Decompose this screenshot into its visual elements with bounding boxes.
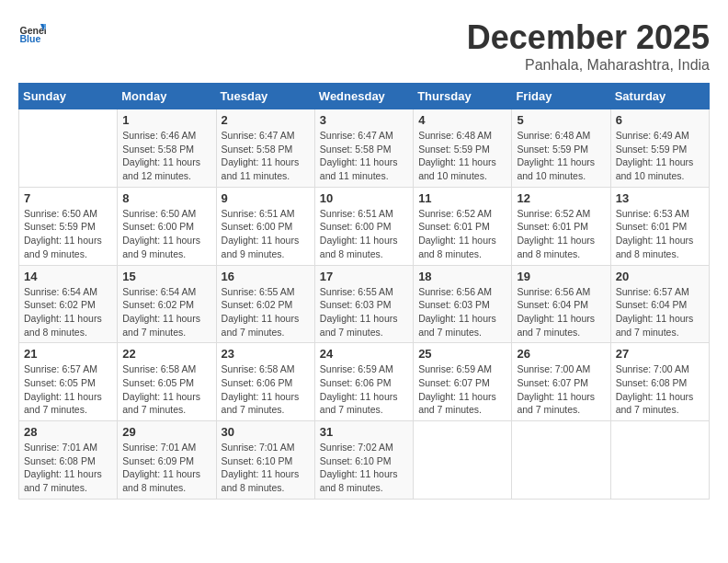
day-number: 1 bbox=[122, 113, 210, 127]
day-info: Sunrise: 6:47 AM Sunset: 5:58 PM Dayligh… bbox=[320, 129, 408, 183]
day-info: Sunrise: 6:59 AM Sunset: 6:07 PM Dayligh… bbox=[418, 362, 506, 417]
day-number: 17 bbox=[320, 270, 408, 283]
calendar-table: SundayMondayTuesdayWednesdayThursdayFrid… bbox=[18, 83, 710, 500]
day-number: 31 bbox=[320, 425, 408, 439]
calendar-cell: 9Sunrise: 6:51 AM Sunset: 6:00 PM Daylig… bbox=[216, 187, 314, 265]
day-number: 11 bbox=[418, 191, 506, 205]
day-number: 4 bbox=[418, 113, 506, 127]
week-row-4: 21Sunrise: 6:57 AM Sunset: 6:05 PM Dayli… bbox=[19, 343, 710, 421]
calendar-cell bbox=[19, 109, 118, 188]
calendar-cell: 29Sunrise: 7:01 AM Sunset: 6:09 PM Dayli… bbox=[118, 421, 216, 500]
calendar-cell bbox=[610, 421, 709, 500]
day-info: Sunrise: 6:50 AM Sunset: 5:59 PM Dayligh… bbox=[24, 207, 112, 261]
day-number: 29 bbox=[122, 425, 210, 439]
day-number: 15 bbox=[122, 270, 210, 283]
svg-text:Blue: Blue bbox=[20, 33, 41, 44]
calendar-cell: 5Sunrise: 6:48 AM Sunset: 5:59 PM Daylig… bbox=[512, 109, 610, 188]
day-info: Sunrise: 6:51 AM Sunset: 6:00 PM Dayligh… bbox=[320, 207, 408, 261]
calendar-cell: 14Sunrise: 6:54 AM Sunset: 6:02 PM Dayli… bbox=[19, 265, 118, 343]
day-number: 24 bbox=[320, 347, 408, 361]
calendar-cell: 3Sunrise: 6:47 AM Sunset: 5:58 PM Daylig… bbox=[314, 109, 413, 188]
day-info: Sunrise: 7:02 AM Sunset: 6:10 PM Dayligh… bbox=[320, 441, 408, 495]
day-info: Sunrise: 6:50 AM Sunset: 6:00 PM Dayligh… bbox=[122, 207, 210, 261]
calendar-cell: 27Sunrise: 7:00 AM Sunset: 6:08 PM Dayli… bbox=[610, 343, 709, 421]
day-number: 9 bbox=[222, 191, 310, 205]
month-year: December 2025 bbox=[467, 18, 710, 57]
calendar-cell: 23Sunrise: 6:58 AM Sunset: 6:06 PM Dayli… bbox=[216, 343, 314, 421]
calendar-cell: 25Sunrise: 6:59 AM Sunset: 6:07 PM Dayli… bbox=[414, 343, 512, 421]
day-info: Sunrise: 6:51 AM Sunset: 6:00 PM Dayligh… bbox=[222, 207, 310, 261]
day-info: Sunrise: 6:58 AM Sunset: 6:05 PM Dayligh… bbox=[122, 362, 210, 417]
calendar-cell: 28Sunrise: 7:01 AM Sunset: 6:08 PM Dayli… bbox=[19, 421, 118, 500]
week-row-2: 7Sunrise: 6:50 AM Sunset: 5:59 PM Daylig… bbox=[19, 187, 710, 265]
col-header-monday: Monday bbox=[118, 84, 216, 109]
calendar-cell: 21Sunrise: 6:57 AM Sunset: 6:05 PM Dayli… bbox=[19, 343, 118, 421]
day-number: 19 bbox=[517, 270, 605, 283]
calendar-cell: 4Sunrise: 6:48 AM Sunset: 5:59 PM Daylig… bbox=[414, 109, 512, 188]
day-number: 10 bbox=[320, 191, 408, 205]
calendar-cell: 2Sunrise: 6:47 AM Sunset: 5:58 PM Daylig… bbox=[216, 109, 314, 188]
day-number: 6 bbox=[616, 113, 704, 127]
col-header-saturday: Saturday bbox=[610, 84, 709, 109]
col-header-tuesday: Tuesday bbox=[216, 84, 314, 109]
calendar-cell: 22Sunrise: 6:58 AM Sunset: 6:05 PM Dayli… bbox=[118, 343, 216, 421]
day-info: Sunrise: 6:54 AM Sunset: 6:02 PM Dayligh… bbox=[24, 285, 112, 339]
day-info: Sunrise: 6:57 AM Sunset: 6:05 PM Dayligh… bbox=[24, 362, 112, 417]
day-info: Sunrise: 7:00 AM Sunset: 6:07 PM Dayligh… bbox=[517, 362, 605, 417]
day-info: Sunrise: 6:55 AM Sunset: 6:03 PM Dayligh… bbox=[320, 285, 408, 339]
calendar-cell: 15Sunrise: 6:54 AM Sunset: 6:02 PM Dayli… bbox=[118, 265, 216, 343]
day-number: 18 bbox=[418, 270, 506, 283]
calendar-cell: 10Sunrise: 6:51 AM Sunset: 6:00 PM Dayli… bbox=[314, 187, 413, 265]
day-info: Sunrise: 6:56 AM Sunset: 6:04 PM Dayligh… bbox=[517, 285, 605, 339]
location: Panhala, Maharashtra, India bbox=[467, 57, 710, 74]
day-number: 14 bbox=[24, 270, 112, 283]
day-info: Sunrise: 6:55 AM Sunset: 6:02 PM Dayligh… bbox=[222, 285, 310, 339]
day-info: Sunrise: 6:46 AM Sunset: 5:58 PM Dayligh… bbox=[122, 129, 210, 183]
calendar-cell: 7Sunrise: 6:50 AM Sunset: 5:59 PM Daylig… bbox=[19, 187, 118, 265]
day-number: 23 bbox=[222, 347, 310, 361]
day-number: 8 bbox=[122, 191, 210, 205]
day-number: 13 bbox=[616, 191, 704, 205]
calendar-cell: 24Sunrise: 6:59 AM Sunset: 6:06 PM Dayli… bbox=[314, 343, 413, 421]
week-row-3: 14Sunrise: 6:54 AM Sunset: 6:02 PM Dayli… bbox=[19, 265, 710, 343]
calendar-cell: 19Sunrise: 6:56 AM Sunset: 6:04 PM Dayli… bbox=[512, 265, 610, 343]
day-number: 21 bbox=[24, 347, 112, 361]
page-header: General Blue December 2025 Panhala, Maha… bbox=[18, 18, 710, 74]
col-header-wednesday: Wednesday bbox=[314, 84, 413, 109]
day-info: Sunrise: 6:54 AM Sunset: 6:02 PM Dayligh… bbox=[122, 285, 210, 339]
week-row-5: 28Sunrise: 7:01 AM Sunset: 6:08 PM Dayli… bbox=[19, 421, 710, 500]
calendar-cell: 20Sunrise: 6:57 AM Sunset: 6:04 PM Dayli… bbox=[610, 265, 709, 343]
day-number: 28 bbox=[24, 425, 112, 439]
logo: General Blue bbox=[18, 18, 46, 46]
calendar-cell: 1Sunrise: 6:46 AM Sunset: 5:58 PM Daylig… bbox=[118, 109, 216, 188]
day-info: Sunrise: 7:01 AM Sunset: 6:08 PM Dayligh… bbox=[24, 441, 112, 495]
day-number: 26 bbox=[517, 347, 605, 361]
day-info: Sunrise: 6:48 AM Sunset: 5:59 PM Dayligh… bbox=[418, 129, 506, 183]
day-info: Sunrise: 7:01 AM Sunset: 6:09 PM Dayligh… bbox=[122, 441, 210, 495]
day-info: Sunrise: 7:00 AM Sunset: 6:08 PM Dayligh… bbox=[616, 362, 704, 417]
day-number: 7 bbox=[24, 191, 112, 205]
col-header-sunday: Sunday bbox=[19, 84, 118, 109]
calendar-cell: 8Sunrise: 6:50 AM Sunset: 6:00 PM Daylig… bbox=[118, 187, 216, 265]
day-number: 22 bbox=[122, 347, 210, 361]
calendar-cell: 26Sunrise: 7:00 AM Sunset: 6:07 PM Dayli… bbox=[512, 343, 610, 421]
day-number: 5 bbox=[517, 113, 605, 127]
day-info: Sunrise: 6:48 AM Sunset: 5:59 PM Dayligh… bbox=[517, 129, 605, 183]
day-number: 3 bbox=[320, 113, 408, 127]
calendar-cell: 6Sunrise: 6:49 AM Sunset: 5:59 PM Daylig… bbox=[610, 109, 709, 188]
title-area: December 2025 Panhala, Maharashtra, Indi… bbox=[467, 18, 710, 74]
day-info: Sunrise: 6:53 AM Sunset: 6:01 PM Dayligh… bbox=[616, 207, 704, 261]
day-info: Sunrise: 6:57 AM Sunset: 6:04 PM Dayligh… bbox=[616, 285, 704, 339]
day-number: 16 bbox=[222, 270, 310, 283]
day-number: 30 bbox=[222, 425, 310, 439]
day-info: Sunrise: 6:52 AM Sunset: 6:01 PM Dayligh… bbox=[418, 207, 506, 261]
calendar-cell: 18Sunrise: 6:56 AM Sunset: 6:03 PM Dayli… bbox=[414, 265, 512, 343]
calendar-cell: 30Sunrise: 7:01 AM Sunset: 6:10 PM Dayli… bbox=[216, 421, 314, 500]
day-info: Sunrise: 7:01 AM Sunset: 6:10 PM Dayligh… bbox=[222, 441, 310, 495]
calendar-cell: 12Sunrise: 6:52 AM Sunset: 6:01 PM Dayli… bbox=[512, 187, 610, 265]
day-info: Sunrise: 6:49 AM Sunset: 5:59 PM Dayligh… bbox=[616, 129, 704, 183]
day-number: 20 bbox=[616, 270, 704, 283]
day-info: Sunrise: 6:59 AM Sunset: 6:06 PM Dayligh… bbox=[320, 362, 408, 417]
day-info: Sunrise: 6:56 AM Sunset: 6:03 PM Dayligh… bbox=[418, 285, 506, 339]
calendar-cell: 31Sunrise: 7:02 AM Sunset: 6:10 PM Dayli… bbox=[314, 421, 413, 500]
